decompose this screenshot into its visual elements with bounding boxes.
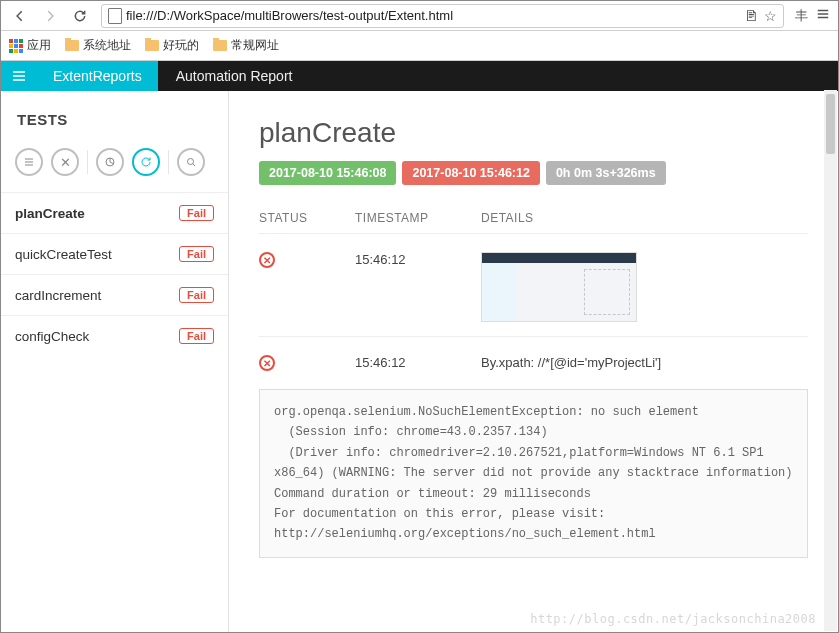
reload-button[interactable] xyxy=(67,4,93,28)
address-bar[interactable]: file:///D:/WorkSpace/multiBrowers/test-o… xyxy=(101,4,784,28)
stacktrace-box[interactable]: org.openqa.selenium.NoSuchElementExcepti… xyxy=(259,389,808,558)
folder-icon xyxy=(65,40,79,51)
fail-icon: ✕ xyxy=(259,355,275,371)
chart-button[interactable] xyxy=(96,148,124,176)
chips-row: 2017-08-10 15:46:08 2017-08-10 15:46:12 … xyxy=(259,161,808,185)
bookmark-folder[interactable]: 好玩的 xyxy=(145,37,199,54)
status-badge: Fail xyxy=(179,287,214,303)
test-item-cardincrement[interactable]: cardIncrement Fail xyxy=(1,274,228,315)
col-details: DETAILS xyxy=(481,211,534,225)
test-name: configCheck xyxy=(15,329,89,344)
duration-chip: 0h 0m 3s+326ms xyxy=(546,161,666,185)
apps-label: 应用 xyxy=(27,37,51,54)
translate-icon[interactable]: 🖹 xyxy=(744,8,758,24)
detail-title: planCreate xyxy=(259,117,808,149)
test-item-configcheck[interactable]: configCheck Fail xyxy=(1,315,228,356)
steps-header: STATUS TIMESTAMP DETAILS xyxy=(259,211,808,234)
sidebar-title: TESTS xyxy=(1,91,228,138)
step-row: ✕ 15:46:12 By.xpath: //*[@id='myProjectL… xyxy=(259,337,808,385)
folder-icon xyxy=(213,40,227,51)
screenshot-thumb[interactable] xyxy=(481,252,637,322)
svg-point-1 xyxy=(188,159,194,165)
brand[interactable]: ExtentReports xyxy=(37,61,158,91)
forward-button[interactable] xyxy=(37,4,63,28)
bookmark-folder[interactable]: 系统地址 xyxy=(65,37,131,54)
sidebar: TESTS ✕ planCreate Fail quickCreateTest xyxy=(1,91,229,633)
step-row: ✕ 15:46:12 xyxy=(259,234,808,337)
url-text: file:///D:/WorkSpace/multiBrowers/test-o… xyxy=(126,8,738,23)
fail-icon: ✕ xyxy=(259,252,275,268)
test-name: cardIncrement xyxy=(15,288,101,303)
status-badge: Fail xyxy=(179,246,214,262)
bookmarks-bar: 应用 系统地址 好玩的 常规网址 xyxy=(1,31,838,61)
clear-button[interactable]: ✕ xyxy=(51,148,79,176)
test-name: planCreate xyxy=(15,206,85,221)
detail-panel: planCreate 2017-08-10 15:46:08 2017-08-1… xyxy=(229,91,838,633)
list-view-button[interactable] xyxy=(15,148,43,176)
step-detail: By.xpath: //*[@id='myProjectLi'] xyxy=(481,355,808,370)
star-icon[interactable]: ☆ xyxy=(764,8,777,24)
main-area: TESTS ✕ planCreate Fail quickCreateTest xyxy=(1,91,838,633)
test-item-quickcreatetest[interactable]: quickCreateTest Fail xyxy=(1,233,228,274)
sidebar-toggle[interactable] xyxy=(1,61,37,91)
apps-button[interactable]: 应用 xyxy=(9,37,51,54)
search-button[interactable] xyxy=(177,148,205,176)
filter-row: ✕ xyxy=(1,138,228,192)
col-status: STATUS xyxy=(259,211,319,225)
status-badge: Fail xyxy=(179,328,214,344)
folder-icon xyxy=(145,40,159,51)
apps-icon xyxy=(9,39,23,53)
watermark: http://blog.csdn.net/jacksonchina2008 xyxy=(530,612,816,626)
menu-icon[interactable] xyxy=(814,7,832,24)
extension-icon[interactable]: 丰 xyxy=(792,7,810,25)
start-time-chip: 2017-08-10 15:46:08 xyxy=(259,161,396,185)
browser-toolbar: file:///D:/WorkSpace/multiBrowers/test-o… xyxy=(1,1,838,31)
back-button[interactable] xyxy=(7,4,33,28)
end-time-chip: 2017-08-10 15:46:12 xyxy=(402,161,539,185)
step-time: 15:46:12 xyxy=(355,355,445,370)
test-name: quickCreateTest xyxy=(15,247,112,262)
page-icon xyxy=(108,8,122,24)
bookmark-folder[interactable]: 常规网址 xyxy=(213,37,279,54)
status-badge: Fail xyxy=(179,205,214,221)
app-header: ExtentReports Automation Report xyxy=(1,61,838,91)
step-time: 15:46:12 xyxy=(355,252,445,267)
page-scrollbar[interactable] xyxy=(824,90,837,631)
report-title: Automation Report xyxy=(158,68,311,84)
col-timestamp: TIMESTAMP xyxy=(355,211,445,225)
test-item-plancreate[interactable]: planCreate Fail xyxy=(1,192,228,233)
refresh-button[interactable] xyxy=(132,148,160,176)
